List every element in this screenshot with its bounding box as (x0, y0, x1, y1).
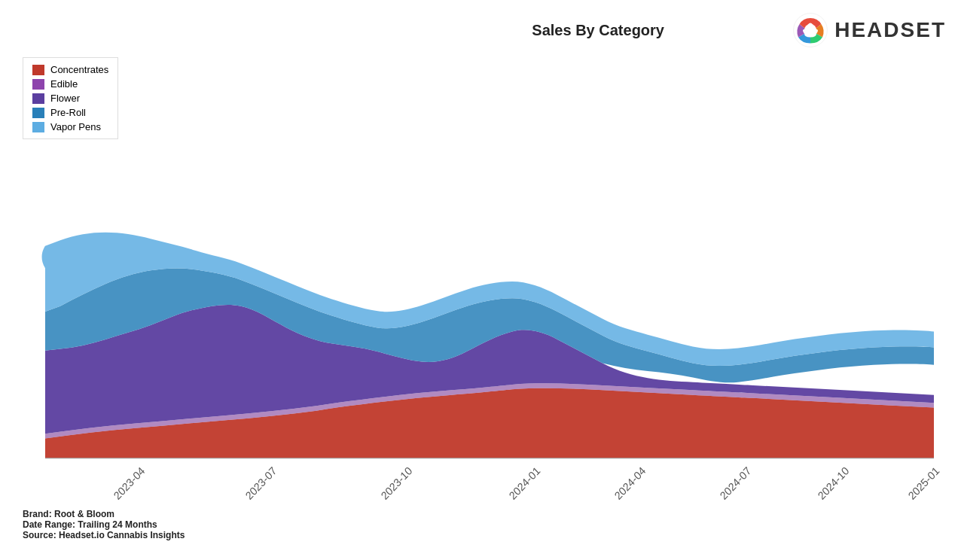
legend: Concentrates Edible Flower Pre-Roll Vapo… (23, 57, 118, 139)
legend-item-vaporpens: Vapor Pens (32, 121, 108, 132)
legend-color-edible (32, 79, 44, 90)
brand-label: Brand: (23, 509, 52, 519)
footer-source: Source: Headset.io Cannabis Insights (23, 530, 938, 540)
svg-text:2024-04: 2024-04 (612, 464, 648, 502)
source-label: Source: (23, 530, 56, 540)
legend-label-concentrates: Concentrates (50, 64, 108, 75)
date-label: Date Range: (23, 519, 75, 530)
legend-color-flower (32, 93, 44, 104)
legend-label-flower: Flower (50, 93, 80, 104)
footer-brand: Brand: Root & Bloom (23, 509, 938, 519)
legend-item-concentrates: Concentrates (32, 64, 108, 75)
svg-text:2023-04: 2023-04 (111, 464, 147, 502)
legend-color-preroll (32, 108, 44, 118)
legend-item-flower: Flower (32, 93, 108, 104)
headset-logo-icon (792, 12, 828, 48)
legend-color-vaporpens (32, 122, 44, 132)
date-value: Trailing 24 Months (78, 519, 157, 530)
svg-point-1 (804, 24, 816, 36)
svg-text:2025-01: 2025-01 (906, 464, 941, 502)
chart-area: Concentrates Edible Flower Pre-Roll Vapo… (15, 54, 946, 506)
logo-text: HEADSET (834, 18, 946, 42)
chart-svg: 2023-04 2023-07 2023-10 2024-01 2024-04 … (15, 54, 946, 506)
logo-area: HEADSET (792, 12, 946, 48)
svg-text:2024-07: 2024-07 (718, 464, 753, 502)
page-title: Sales By Category (404, 22, 792, 39)
legend-label-vaporpens: Vapor Pens (50, 121, 101, 132)
legend-label-preroll: Pre-Roll (50, 107, 86, 118)
svg-text:2024-01: 2024-01 (507, 464, 542, 502)
page-container: Sales By Category HEADSET Concentrates (0, 0, 961, 560)
svg-text:2023-10: 2023-10 (379, 464, 414, 502)
legend-label-edible: Edible (50, 78, 78, 90)
source-value: Headset.io Cannabis Insights (59, 530, 185, 540)
legend-item-preroll: Pre-Roll (32, 107, 108, 118)
footer-daterange: Date Range: Trailing 24 Months (23, 519, 938, 530)
footer: Brand: Root & Bloom Date Range: Trailing… (0, 506, 961, 545)
header: Sales By Category HEADSET (0, 0, 961, 54)
svg-text:2023-07: 2023-07 (243, 464, 279, 502)
legend-color-concentrates (32, 65, 44, 75)
brand-value: Root & Bloom (54, 509, 114, 519)
svg-text:2024-10: 2024-10 (816, 464, 851, 502)
legend-item-edible: Edible (32, 78, 108, 90)
